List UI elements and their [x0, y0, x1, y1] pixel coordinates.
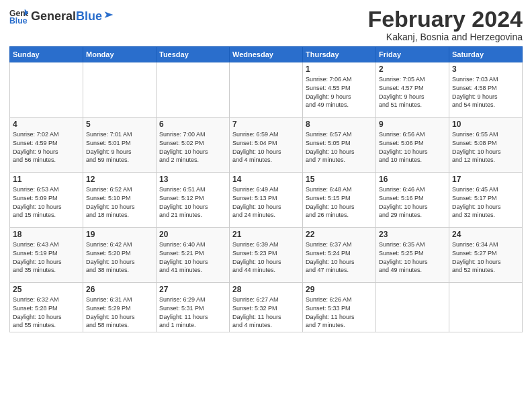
- table-row: [10, 62, 83, 118]
- day-number: 8: [306, 120, 373, 129]
- header-sunday: Sunday: [10, 47, 83, 62]
- day-info: Sunrise: 6:45 AM Sunset: 5:17 PM Dayligh…: [452, 185, 519, 219]
- day-number: 21: [232, 230, 300, 239]
- table-row: 10Sunrise: 6:55 AM Sunset: 5:08 PM Dayli…: [449, 118, 523, 173]
- day-number: 6: [159, 120, 226, 129]
- day-number: 9: [379, 120, 446, 129]
- day-info: Sunrise: 6:31 AM Sunset: 5:29 PM Dayligh…: [86, 295, 153, 329]
- header: General Blue GeneralBlue February 2024 K…: [9, 7, 523, 42]
- day-info: Sunrise: 6:59 AM Sunset: 5:04 PM Dayligh…: [232, 130, 300, 164]
- day-info: Sunrise: 6:37 AM Sunset: 5:24 PM Dayligh…: [306, 240, 373, 274]
- header-thursday: Thursday: [303, 47, 376, 62]
- day-info: Sunrise: 6:57 AM Sunset: 5:05 PM Dayligh…: [306, 130, 373, 164]
- table-row: 14Sunrise: 6:49 AM Sunset: 5:13 PM Dayli…: [230, 173, 303, 228]
- day-number: 22: [306, 230, 373, 239]
- table-row: 4Sunrise: 7:02 AM Sunset: 4:59 PM Daylig…: [10, 118, 83, 173]
- day-info: Sunrise: 6:42 AM Sunset: 5:20 PM Dayligh…: [86, 240, 153, 274]
- weekday-header-row: Sunday Monday Tuesday Wednesday Thursday…: [10, 47, 523, 62]
- header-friday: Friday: [376, 47, 449, 62]
- day-number: 20: [159, 230, 226, 239]
- title-area: February 2024 Kakanj, Bosnia and Herzego…: [367, 7, 523, 42]
- table-row: 20Sunrise: 6:40 AM Sunset: 5:21 PM Dayli…: [157, 228, 230, 283]
- logo: General Blue GeneralBlue: [9, 7, 114, 26]
- logo-icon: General Blue: [9, 7, 28, 26]
- day-number: 19: [86, 230, 153, 239]
- day-number: 14: [232, 175, 300, 184]
- day-info: Sunrise: 6:35 AM Sunset: 5:25 PM Dayligh…: [379, 240, 446, 274]
- location-subtitle: Kakanj, Bosnia and Herzegovina: [367, 32, 523, 42]
- day-info: Sunrise: 6:53 AM Sunset: 5:09 PM Dayligh…: [13, 185, 80, 219]
- day-info: Sunrise: 6:32 AM Sunset: 5:28 PM Dayligh…: [13, 295, 80, 329]
- day-info: Sunrise: 6:46 AM Sunset: 5:16 PM Dayligh…: [379, 185, 446, 219]
- table-row: [83, 62, 157, 118]
- calendar-table: Sunday Monday Tuesday Wednesday Thursday…: [9, 46, 523, 332]
- table-row: 13Sunrise: 6:51 AM Sunset: 5:12 PM Dayli…: [157, 173, 230, 228]
- day-info: Sunrise: 6:39 AM Sunset: 5:23 PM Dayligh…: [232, 240, 300, 274]
- header-tuesday: Tuesday: [157, 47, 230, 62]
- table-row: 21Sunrise: 6:39 AM Sunset: 5:23 PM Dayli…: [230, 228, 303, 283]
- table-row: 3Sunrise: 7:03 AM Sunset: 4:58 PM Daylig…: [449, 62, 523, 118]
- table-row: [230, 62, 303, 118]
- table-row: [376, 283, 449, 332]
- day-info: Sunrise: 7:01 AM Sunset: 5:01 PM Dayligh…: [86, 130, 153, 164]
- table-row: 19Sunrise: 6:42 AM Sunset: 5:20 PM Dayli…: [83, 228, 157, 283]
- table-row: 18Sunrise: 6:43 AM Sunset: 5:19 PM Dayli…: [10, 228, 83, 283]
- table-row: 11Sunrise: 6:53 AM Sunset: 5:09 PM Dayli…: [10, 173, 83, 228]
- day-number: 2: [379, 64, 446, 74]
- day-info: Sunrise: 6:29 AM Sunset: 5:31 PM Dayligh…: [159, 295, 226, 329]
- day-info: Sunrise: 6:34 AM Sunset: 5:27 PM Dayligh…: [452, 240, 519, 274]
- day-number: 27: [159, 285, 226, 294]
- day-number: 16: [379, 175, 446, 184]
- day-info: Sunrise: 6:43 AM Sunset: 5:19 PM Dayligh…: [13, 240, 80, 274]
- header-monday: Monday: [83, 47, 157, 62]
- day-info: Sunrise: 6:52 AM Sunset: 5:10 PM Dayligh…: [86, 185, 153, 219]
- table-row: 9Sunrise: 6:56 AM Sunset: 5:06 PM Daylig…: [376, 118, 449, 173]
- day-number: 11: [13, 175, 80, 184]
- day-number: 25: [13, 285, 80, 294]
- day-info: Sunrise: 6:55 AM Sunset: 5:08 PM Dayligh…: [452, 130, 519, 164]
- day-number: 5: [86, 120, 153, 129]
- day-number: 15: [306, 175, 373, 184]
- day-number: 29: [306, 285, 373, 294]
- day-number: 23: [379, 230, 446, 239]
- table-row: 5Sunrise: 7:01 AM Sunset: 5:01 PM Daylig…: [83, 118, 157, 173]
- table-row: 15Sunrise: 6:48 AM Sunset: 5:15 PM Dayli…: [303, 173, 376, 228]
- table-row: 25Sunrise: 6:32 AM Sunset: 5:28 PM Dayli…: [10, 283, 83, 332]
- day-number: 17: [452, 175, 519, 184]
- table-row: 24Sunrise: 6:34 AM Sunset: 5:27 PM Dayli…: [449, 228, 523, 283]
- day-info: Sunrise: 6:40 AM Sunset: 5:21 PM Dayligh…: [159, 240, 226, 274]
- table-row: 12Sunrise: 6:52 AM Sunset: 5:10 PM Dayli…: [83, 173, 157, 228]
- table-row: [449, 283, 523, 332]
- header-saturday: Saturday: [449, 47, 523, 62]
- table-row: 27Sunrise: 6:29 AM Sunset: 5:31 PM Dayli…: [157, 283, 230, 332]
- logo-blue-text: Blue: [76, 9, 102, 24]
- table-row: 23Sunrise: 6:35 AM Sunset: 5:25 PM Dayli…: [376, 228, 449, 283]
- table-row: [157, 62, 230, 118]
- day-number: 10: [452, 120, 519, 129]
- day-number: 24: [452, 230, 519, 239]
- day-number: 28: [232, 285, 300, 294]
- header-wednesday: Wednesday: [230, 47, 303, 62]
- month-title: February 2024: [367, 7, 523, 32]
- day-info: Sunrise: 6:48 AM Sunset: 5:15 PM Dayligh…: [306, 185, 373, 219]
- table-row: 17Sunrise: 6:45 AM Sunset: 5:17 PM Dayli…: [449, 173, 523, 228]
- svg-marker-3: [105, 11, 114, 18]
- day-info: Sunrise: 6:49 AM Sunset: 5:13 PM Dayligh…: [232, 185, 300, 219]
- table-row: 6Sunrise: 7:00 AM Sunset: 5:02 PM Daylig…: [157, 118, 230, 173]
- day-number: 12: [86, 175, 153, 184]
- day-number: 18: [13, 230, 80, 239]
- day-info: Sunrise: 7:05 AM Sunset: 4:57 PM Dayligh…: [379, 75, 446, 109]
- day-info: Sunrise: 6:27 AM Sunset: 5:32 PM Dayligh…: [232, 295, 300, 329]
- table-row: 16Sunrise: 6:46 AM Sunset: 5:16 PM Dayli…: [376, 173, 449, 228]
- day-info: Sunrise: 7:03 AM Sunset: 4:58 PM Dayligh…: [452, 75, 519, 109]
- table-row: 8Sunrise: 6:57 AM Sunset: 5:05 PM Daylig…: [303, 118, 376, 173]
- day-info: Sunrise: 7:02 AM Sunset: 4:59 PM Dayligh…: [13, 130, 80, 164]
- svg-text:Blue: Blue: [9, 16, 28, 26]
- day-number: 1: [306, 64, 373, 74]
- day-number: 13: [159, 175, 226, 184]
- day-info: Sunrise: 7:06 AM Sunset: 4:55 PM Dayligh…: [306, 75, 373, 109]
- day-number: 4: [13, 120, 80, 129]
- day-info: Sunrise: 6:26 AM Sunset: 5:33 PM Dayligh…: [306, 295, 373, 329]
- table-row: 22Sunrise: 6:37 AM Sunset: 5:24 PM Dayli…: [303, 228, 376, 283]
- day-info: Sunrise: 6:51 AM Sunset: 5:12 PM Dayligh…: [159, 185, 226, 219]
